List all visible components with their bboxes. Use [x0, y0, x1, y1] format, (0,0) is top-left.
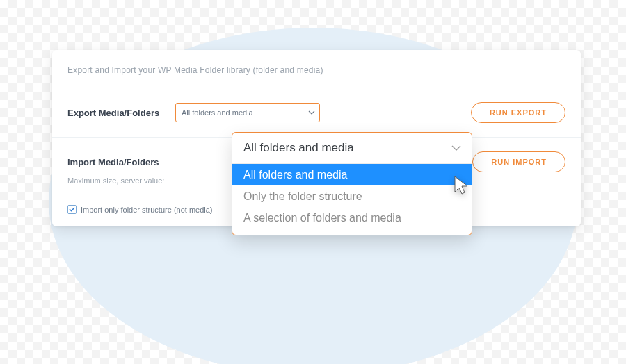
chevron-down-icon — [308, 110, 315, 115]
import-file-input[interactable] — [177, 154, 179, 170]
export-select-value: All folders and media — [182, 108, 253, 117]
import-label: Import Media/Folders — [67, 157, 175, 167]
check-icon — [69, 206, 75, 213]
panel-description: Export and Import your WP Media Folder l… — [52, 65, 581, 88]
cursor-icon — [454, 175, 472, 199]
run-import-button[interactable]: RUN IMPORT — [472, 151, 565, 172]
export-label: Export Media/Folders — [67, 108, 175, 118]
dropdown-selected[interactable]: All folders and media — [232, 133, 472, 164]
dropdown-option-structure[interactable]: Only the folder structure — [232, 185, 472, 207]
export-dropdown-open: All folders and media All folders and me… — [232, 132, 472, 235]
dropdown-option-all[interactable]: All folders and media — [232, 164, 472, 185]
export-row: Export Media/Folders All folders and med… — [52, 88, 581, 137]
export-select[interactable]: All folders and media — [175, 103, 320, 122]
run-export-button[interactable]: RUN EXPORT — [471, 102, 565, 123]
dropdown-option-selection[interactable]: A selection of folders and media — [232, 207, 472, 229]
dropdown-selected-label: All folders and media — [243, 141, 354, 154]
chevron-down-icon — [451, 141, 462, 155]
import-only-structure-label: Import only folder structure (not media) — [81, 206, 213, 214]
dropdown-list: All folders and media Only the folder st… — [232, 164, 472, 235]
import-only-structure-checkbox[interactable] — [67, 205, 77, 214]
